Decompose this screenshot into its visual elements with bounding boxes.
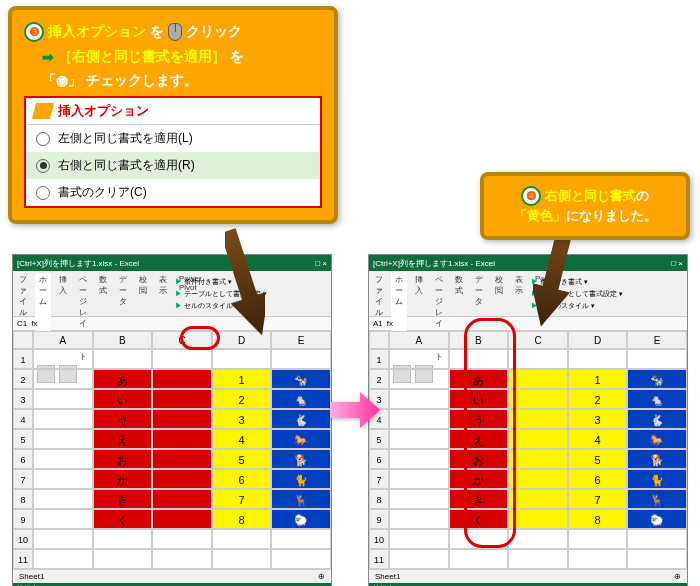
row-header[interactable]: 7 <box>369 469 389 489</box>
row-header[interactable]: 11 <box>369 549 389 569</box>
cell[interactable] <box>152 389 212 409</box>
opt-clear-format[interactable]: 書式のクリア(C) <box>26 179 320 206</box>
cell[interactable] <box>152 549 212 569</box>
cell[interactable]: 🐄 <box>627 369 687 389</box>
worksheet-grid[interactable]: ABCDE12あ1🐄3い2🐁4う3🐇5え4🐎6お5🐕7か6🐈8き7🦌9く8🐑10… <box>13 331 331 569</box>
cell[interactable] <box>152 349 212 369</box>
cell[interactable] <box>508 549 568 569</box>
cell[interactable]: 4 <box>568 429 628 449</box>
cell[interactable] <box>568 549 628 569</box>
opt-format-right[interactable]: 右側と同じ書式を適用(R) <box>26 152 320 179</box>
cell[interactable]: 🐄 <box>271 369 331 389</box>
window-controls[interactable]: □ × <box>671 259 683 268</box>
cell[interactable]: 8 <box>568 509 628 529</box>
cell[interactable] <box>627 529 687 549</box>
cell[interactable] <box>389 349 449 369</box>
sheet-add[interactable]: ⊕ <box>674 572 681 581</box>
cell[interactable] <box>152 409 212 429</box>
cell[interactable] <box>152 429 212 449</box>
cell[interactable] <box>627 349 687 369</box>
cell[interactable] <box>389 509 449 529</box>
cell[interactable]: え <box>93 429 153 449</box>
cell[interactable]: 7 <box>212 489 272 509</box>
cell[interactable]: お <box>449 449 509 469</box>
name-box[interactable]: C1 <box>17 319 27 328</box>
cell[interactable] <box>33 349 93 369</box>
row-header[interactable]: 9 <box>13 509 33 529</box>
cell[interactable]: き <box>93 489 153 509</box>
cell[interactable] <box>93 549 153 569</box>
cell[interactable]: え <box>449 429 509 449</box>
col-header[interactable]: D <box>568 331 628 349</box>
worksheet-grid[interactable]: ABCDE12あ1🐄3い2🐁4う3🐇5え4🐎6お5🐕7か6🐈8き7🦌9く8🐑10… <box>369 331 687 569</box>
cell[interactable] <box>389 429 449 449</box>
cell[interactable] <box>33 429 93 449</box>
cell[interactable] <box>93 529 153 549</box>
cell[interactable] <box>33 389 93 409</box>
cell[interactable] <box>389 389 449 409</box>
row-header[interactable]: 1 <box>13 349 33 369</box>
col-header[interactable]: B <box>449 331 509 349</box>
cell[interactable]: か <box>93 469 153 489</box>
cell[interactable]: 1 <box>212 369 272 389</box>
cell[interactable]: 🐑 <box>271 509 331 529</box>
cell[interactable] <box>389 369 449 389</box>
cell[interactable]: 5 <box>212 449 272 469</box>
cell[interactable]: 🐇 <box>271 409 331 429</box>
row-header[interactable]: 8 <box>369 489 389 509</box>
sheet-tab[interactable]: Sheet1 <box>375 572 400 581</box>
row-header[interactable]: 5 <box>13 429 33 449</box>
cell[interactable] <box>508 409 568 429</box>
cell[interactable]: き <box>449 489 509 509</box>
row-header[interactable]: 11 <box>13 549 33 569</box>
cell[interactable]: 🦌 <box>271 489 331 509</box>
cell[interactable]: 8 <box>212 509 272 529</box>
cell[interactable] <box>152 469 212 489</box>
row-header[interactable]: 1 <box>369 349 389 369</box>
cell[interactable] <box>508 489 568 509</box>
cell[interactable] <box>389 409 449 429</box>
cell[interactable] <box>212 549 272 569</box>
opt-format-left[interactable]: 左側と同じ書式を適用(L) <box>26 125 320 152</box>
cell[interactable]: 3 <box>212 409 272 429</box>
cell[interactable]: あ <box>93 369 153 389</box>
cell[interactable] <box>389 549 449 569</box>
row-header[interactable]: 8 <box>13 489 33 509</box>
cell[interactable] <box>271 529 331 549</box>
cell[interactable] <box>508 349 568 369</box>
cell[interactable]: 5 <box>568 449 628 469</box>
sheet-tab[interactable]: Sheet1 <box>19 572 44 581</box>
cell[interactable]: 🐎 <box>627 429 687 449</box>
cell[interactable] <box>152 509 212 529</box>
cell[interactable] <box>33 469 93 489</box>
cell[interactable]: 6 <box>568 469 628 489</box>
cell[interactable]: 🐁 <box>271 389 331 409</box>
col-header[interactable]: C <box>508 331 568 349</box>
cell[interactable]: 🐕 <box>627 449 687 469</box>
row-header[interactable]: 2 <box>369 369 389 389</box>
cell[interactable] <box>389 529 449 549</box>
cell[interactable] <box>93 349 153 369</box>
cell[interactable]: 2 <box>568 389 628 409</box>
cell[interactable] <box>449 349 509 369</box>
row-header[interactable]: 9 <box>369 509 389 529</box>
sheet-add[interactable]: ⊕ <box>318 572 325 581</box>
row-header[interactable]: 4 <box>13 409 33 429</box>
row-header[interactable]: 6 <box>369 449 389 469</box>
cell[interactable] <box>568 349 628 369</box>
cell[interactable]: う <box>449 409 509 429</box>
row-header[interactable]: 3 <box>13 389 33 409</box>
cell[interactable] <box>508 469 568 489</box>
cell[interactable] <box>389 449 449 469</box>
name-box[interactable]: A1 <box>373 319 383 328</box>
cell[interactable]: 3 <box>568 409 628 429</box>
cell[interactable] <box>508 389 568 409</box>
select-all[interactable] <box>13 331 33 349</box>
cell[interactable]: 🐕 <box>271 449 331 469</box>
cell[interactable]: い <box>449 389 509 409</box>
cell[interactable] <box>33 529 93 549</box>
cell[interactable]: 🐈 <box>271 469 331 489</box>
cell[interactable] <box>33 369 93 389</box>
row-header[interactable]: 7 <box>13 469 33 489</box>
cell[interactable]: 2 <box>212 389 272 409</box>
